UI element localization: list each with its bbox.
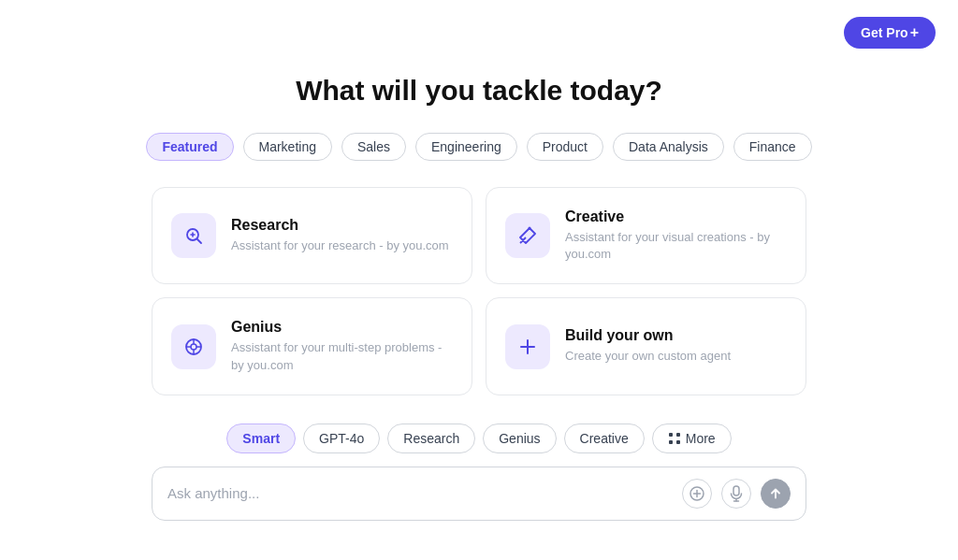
model-tab-more[interactable]: More bbox=[652, 424, 732, 453]
agent-desc-creative: Assistant for your visual creations - by… bbox=[565, 229, 787, 263]
search-bar bbox=[152, 467, 806, 521]
agent-info-genius: Genius Assistant for your multi-step pro… bbox=[231, 319, 453, 373]
agent-card-genius[interactable]: Genius Assistant for your multi-step pro… bbox=[152, 297, 472, 395]
category-tab-marketing[interactable]: Marketing bbox=[243, 133, 332, 161]
plus-symbol: + bbox=[910, 24, 919, 41]
category-tab-finance[interactable]: Finance bbox=[733, 133, 812, 161]
main-content: What will you tackle today? FeaturedMark… bbox=[0, 0, 958, 521]
agent-name-genius: Genius bbox=[231, 319, 453, 336]
svg-rect-18 bbox=[733, 486, 739, 495]
category-tab-sales[interactable]: Sales bbox=[341, 133, 406, 161]
top-bar: Get Pro+ bbox=[844, 17, 936, 49]
agent-card-research[interactable]: Research Assistant for your research - b… bbox=[152, 187, 472, 284]
model-tab-research[interactable]: Research bbox=[387, 424, 475, 453]
model-tab-creative[interactable]: Creative bbox=[564, 424, 645, 453]
agent-name-creative: Creative bbox=[565, 208, 787, 225]
svg-line-1 bbox=[197, 239, 202, 244]
model-tabs: SmartGPT-4oResearchGeniusCreative More bbox=[226, 424, 731, 453]
svg-point-4 bbox=[191, 344, 196, 350]
agent-desc-research: Assistant for your research - by you.com bbox=[231, 237, 449, 254]
creative-icon bbox=[505, 213, 550, 258]
category-tab-data-analysis[interactable]: Data Analysis bbox=[613, 133, 724, 161]
svg-rect-14 bbox=[676, 440, 680, 444]
add-button[interactable] bbox=[682, 479, 712, 509]
category-tab-featured[interactable]: Featured bbox=[146, 133, 233, 161]
get-pro-label: Get Pro bbox=[861, 25, 908, 40]
page-title: What will you tackle today? bbox=[296, 75, 662, 107]
agent-name-research: Research bbox=[231, 217, 449, 234]
send-button[interactable] bbox=[761, 479, 791, 509]
search-input[interactable] bbox=[167, 485, 673, 501]
genius-icon bbox=[171, 324, 216, 369]
research-icon bbox=[171, 213, 216, 258]
svg-rect-12 bbox=[676, 433, 680, 437]
microphone-button[interactable] bbox=[721, 479, 751, 509]
agent-desc-genius: Assistant for your multi-step problems -… bbox=[231, 339, 453, 373]
plus-icon bbox=[505, 324, 550, 369]
agent-info-build-your-own: Build your own Create your own custom ag… bbox=[565, 327, 731, 365]
agent-desc-build-your-own: Create your own custom agent bbox=[565, 348, 731, 365]
svg-rect-13 bbox=[669, 440, 673, 444]
category-tab-engineering[interactable]: Engineering bbox=[415, 133, 517, 161]
model-tab-smart[interactable]: Smart bbox=[226, 424, 296, 453]
agent-card-creative[interactable]: Creative Assistant for your visual creat… bbox=[486, 187, 806, 284]
category-tabs: FeaturedMarketingSalesEngineeringProduct… bbox=[146, 133, 811, 161]
svg-point-2 bbox=[529, 227, 531, 230]
agent-card-build-your-own[interactable]: Build your own Create your own custom ag… bbox=[486, 297, 806, 395]
model-tab-genius[interactable]: Genius bbox=[483, 424, 556, 453]
get-pro-button[interactable]: Get Pro+ bbox=[844, 17, 936, 49]
search-action-icons bbox=[682, 479, 791, 509]
category-tab-product[interactable]: Product bbox=[527, 133, 603, 161]
model-tab-gpt4o[interactable]: GPT-4o bbox=[303, 424, 380, 453]
agent-cards-grid: Research Assistant for your research - b… bbox=[152, 187, 806, 395]
agent-info-creative: Creative Assistant for your visual creat… bbox=[565, 208, 787, 263]
agent-name-build-your-own: Build your own bbox=[565, 327, 731, 344]
search-bar-wrapper bbox=[152, 467, 806, 521]
svg-rect-11 bbox=[669, 433, 673, 437]
agent-info-research: Research Assistant for your research - b… bbox=[231, 217, 449, 254]
